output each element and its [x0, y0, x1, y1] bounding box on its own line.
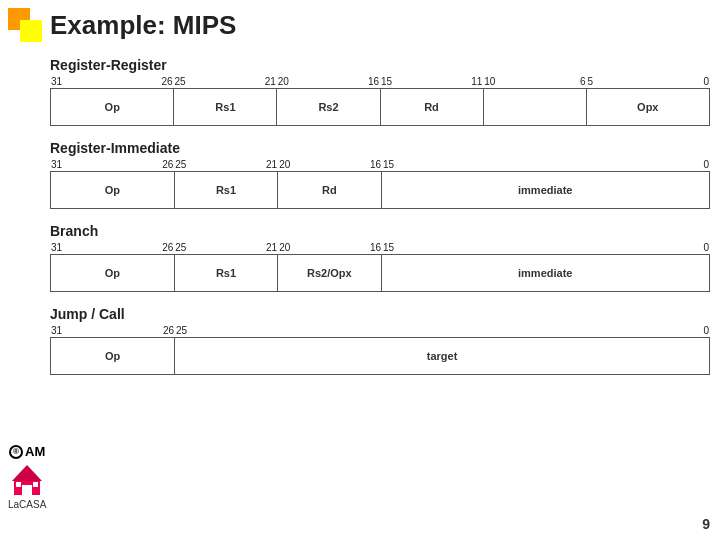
field-label-2: Rs2/Opx: [307, 267, 352, 279]
page-number: 9: [702, 516, 710, 532]
bottom-logo: ® AM LaCASA: [8, 444, 46, 510]
format-wrapper-register-register: 312625212016151110650OpRs1Rs2RdOpx: [50, 76, 710, 126]
field-label-3: immediate: [518, 267, 572, 279]
section-branch: Branch312625212016150OpRs1Rs2/Opximmedia…: [50, 223, 710, 292]
field-rs2-opx: Rs2/Opx: [278, 255, 381, 291]
decorative-squares: [8, 8, 42, 42]
format-row-register-immediate: OpRs1Rdimmediate: [50, 171, 710, 209]
svg-rect-3: [16, 482, 21, 487]
bit-numbers-2: 2016: [278, 242, 382, 253]
format-wrapper-branch: 312625212016150OpRs1Rs2/Opximmediate: [50, 242, 710, 292]
bit-numbers-4: 106: [483, 76, 586, 87]
yellow-square: [20, 20, 42, 42]
field-rs1: Rs1: [175, 172, 278, 208]
field-rs2: Rs2: [277, 89, 380, 125]
field-rd: Rd: [381, 89, 484, 125]
am-badge: ® AM: [9, 444, 45, 459]
numbers-row-branch: 312625212016150: [50, 242, 710, 253]
field-label-3: immediate: [518, 184, 572, 196]
bit-numbers-3: 150: [382, 242, 710, 253]
format-row-register-register: OpRs1Rs2RdOpx: [50, 88, 710, 126]
lacasa-label: LaCASA: [8, 499, 46, 510]
section-label-register-immediate: Register-Immediate: [50, 140, 710, 156]
field-label-1: Rs1: [216, 267, 236, 279]
section-label-register-register: Register-Register: [50, 57, 710, 73]
house-icon: [9, 461, 45, 497]
bit-numbers-1: 250: [175, 325, 710, 336]
field-label-1: Rs1: [215, 101, 235, 113]
bit-numbers-0: 3126: [50, 325, 175, 336]
field-rd: Rd: [278, 172, 381, 208]
field-label-3: Rd: [424, 101, 439, 113]
field-op: Op: [51, 255, 175, 291]
field-rs1: Rs1: [175, 255, 278, 291]
bit-numbers-1: 2521: [174, 159, 278, 170]
bit-numbers-1: 2521: [174, 76, 277, 87]
slide-content: Example: MIPS Register-Register312625212…: [50, 10, 710, 510]
bit-numbers-0: 3126: [50, 76, 174, 87]
field-label-0: Op: [105, 101, 120, 113]
section-register-register: Register-Register312625212016151110650Op…: [50, 57, 710, 126]
field-opx: Opx: [587, 89, 709, 125]
am-label: AM: [25, 444, 45, 459]
field-target: target: [175, 338, 709, 374]
bit-numbers-2: 2016: [277, 76, 380, 87]
field-label-5: Opx: [637, 101, 658, 113]
bit-numbers-0: 3126: [50, 242, 174, 253]
section-register-immediate: Register-Immediate312625212016150OpRs1Rd…: [50, 140, 710, 209]
field-immediate: immediate: [382, 172, 710, 208]
field-immediate: immediate: [382, 255, 710, 291]
section-label-branch: Branch: [50, 223, 710, 239]
field-label-2: Rs2: [318, 101, 338, 113]
field-op: Op: [51, 89, 174, 125]
svg-marker-1: [12, 465, 42, 481]
field-label-0: Op: [105, 267, 120, 279]
numbers-row-register-register: 312625212016151110650: [50, 76, 710, 87]
field-rs1: Rs1: [174, 89, 277, 125]
format-row-branch: OpRs1Rs2/Opximmediate: [50, 254, 710, 292]
section-label-jump-call: Jump / Call: [50, 306, 710, 322]
field-label-0: Op: [105, 350, 120, 362]
field-op: Op: [51, 172, 175, 208]
bit-numbers-1: 2521: [174, 242, 278, 253]
section-jump-call: Jump / Call3126250Optarget: [50, 306, 710, 375]
format-wrapper-register-immediate: 312625212016150OpRs1Rdimmediate: [50, 159, 710, 209]
field-: [484, 89, 587, 125]
svg-rect-2: [22, 485, 32, 495]
format-wrapper-jump-call: 3126250Optarget: [50, 325, 710, 375]
bit-numbers-0: 3126: [50, 159, 174, 170]
bit-numbers-5: 50: [587, 76, 711, 87]
format-row-jump-call: Optarget: [50, 337, 710, 375]
field-label-0: Op: [105, 184, 120, 196]
bit-numbers-2: 2016: [278, 159, 382, 170]
svg-rect-4: [33, 482, 38, 487]
slide-title: Example: MIPS: [50, 10, 710, 41]
numbers-row-register-immediate: 312625212016150: [50, 159, 710, 170]
sections-container: Register-Register312625212016151110650Op…: [50, 57, 710, 375]
bit-numbers-3: 150: [382, 159, 710, 170]
field-label-2: Rd: [322, 184, 337, 196]
field-op: Op: [51, 338, 175, 374]
field-label-1: Rs1: [216, 184, 236, 196]
bit-numbers-3: 1511: [380, 76, 483, 87]
field-label-1: target: [427, 350, 458, 362]
am-circle: ®: [9, 445, 23, 459]
numbers-row-jump-call: 3126250: [50, 325, 710, 336]
